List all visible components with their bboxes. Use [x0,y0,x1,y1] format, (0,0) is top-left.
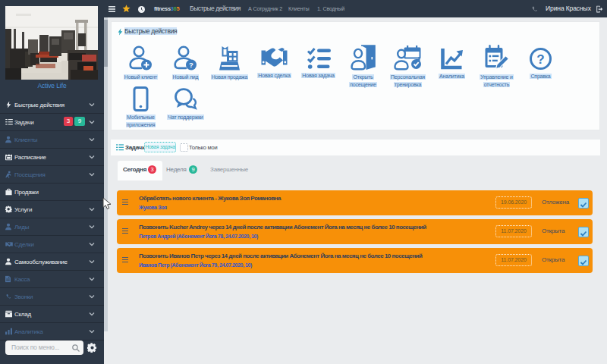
svg-text:?: ? [189,61,193,69]
svg-text:?: ? [536,52,544,66]
